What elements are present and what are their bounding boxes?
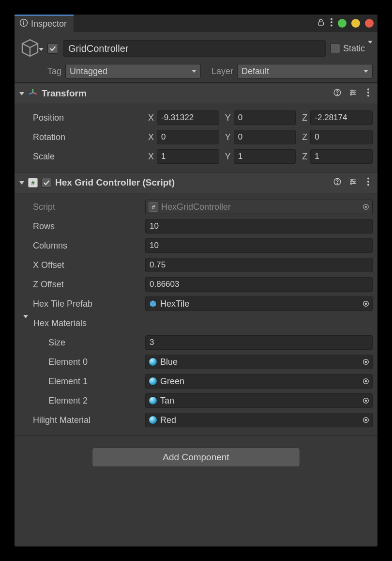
svg-point-11	[350, 94, 352, 95]
tab-bar: Inspector	[15, 15, 377, 32]
transform-header[interactable]: Transform	[15, 83, 377, 104]
material-icon	[149, 358, 157, 366]
object-picker-icon[interactable]	[362, 396, 370, 405]
component-enabled-checkbox[interactable]	[42, 178, 51, 187]
hex-materials-label[interactable]: Hex Materials	[19, 318, 145, 328]
axis-y-label: Y	[222, 152, 231, 162]
zoffset-label: Z Offset	[19, 280, 145, 290]
kebab-icon[interactable]	[364, 177, 373, 188]
layer-dropdown[interactable]: Default	[237, 64, 373, 78]
script-icon: #	[28, 178, 38, 187]
svg-point-17	[351, 179, 352, 180]
svg-point-19	[350, 183, 352, 184]
object-picker-icon[interactable]	[362, 203, 370, 211]
element0-value: Blue	[160, 357, 178, 367]
transform-icon	[28, 88, 38, 100]
rotation-x-input[interactable]	[157, 130, 219, 144]
svg-point-12	[367, 88, 369, 90]
transform-body: Position X Y Z Rotation X Y Z Scale	[15, 104, 377, 172]
element2-label: Element 2	[19, 396, 145, 406]
rotation-z-input[interactable]	[310, 130, 373, 144]
help-icon[interactable]	[333, 88, 342, 99]
position-x-input[interactable]	[157, 110, 219, 125]
object-picker-icon[interactable]	[362, 299, 370, 308]
position-z-input[interactable]	[310, 110, 373, 125]
axis-z-label: Z	[299, 152, 307, 162]
material-icon	[149, 396, 157, 405]
foldout-icon	[19, 92, 24, 95]
lock-icon[interactable]	[317, 18, 325, 29]
traffic-red[interactable]	[365, 19, 374, 28]
element1-field[interactable]: Green	[145, 374, 373, 389]
foldout-icon	[23, 315, 28, 328]
svg-point-18	[354, 181, 355, 182]
svg-point-14	[367, 94, 369, 96]
script-label: Script	[19, 202, 145, 212]
xoffset-label: X Offset	[19, 260, 145, 270]
script-field: # HexGridController	[145, 200, 373, 214]
prefab-label: Hex Tile Prefab	[19, 299, 145, 309]
svg-point-4	[331, 18, 332, 20]
svg-point-32	[365, 400, 367, 402]
gameobject-enabled-checkbox[interactable]	[47, 43, 58, 54]
tag-dropdown[interactable]: Untagged	[65, 64, 201, 78]
kebab-icon[interactable]	[364, 88, 373, 99]
position-y-input[interactable]	[234, 110, 296, 125]
chevron-down-icon	[192, 70, 196, 73]
object-picker-icon[interactable]	[362, 358, 370, 366]
svg-point-8	[337, 94, 338, 95]
traffic-green[interactable]	[338, 19, 347, 28]
rows-label: Rows	[19, 221, 145, 232]
add-component-button[interactable]: Add Component	[92, 448, 300, 467]
preset-icon[interactable]	[348, 88, 357, 99]
element2-field[interactable]: Tan	[145, 393, 373, 408]
xoffset-input[interactable]	[145, 258, 373, 272]
hilight-label: Hilight Material	[19, 415, 145, 425]
scale-z-input[interactable]	[310, 149, 373, 164]
help-icon[interactable]	[333, 177, 342, 188]
static-label: Static	[343, 44, 365, 54]
scale-y-input[interactable]	[234, 149, 296, 164]
axis-y-label: Y	[222, 132, 231, 142]
static-checkbox[interactable]	[331, 44, 340, 53]
hexgrid-title: Hex Grid Controller (Script)	[55, 177, 329, 188]
svg-point-16	[337, 183, 338, 184]
inspector-panel: Inspector	[15, 15, 377, 546]
element0-field[interactable]: Blue	[145, 355, 373, 369]
inspector-tab[interactable]: Inspector	[15, 15, 74, 32]
gameobject-name-input[interactable]	[63, 40, 326, 57]
gameobject-icon[interactable]	[19, 37, 43, 60]
svg-point-13	[367, 92, 369, 94]
hexgrid-header[interactable]: # Hex Grid Controller (Script)	[15, 172, 377, 193]
transform-title: Transform	[42, 88, 329, 99]
prefab-value: HexTile	[160, 299, 189, 309]
svg-point-9	[351, 90, 352, 91]
hexgrid-body: Script # HexGridController Rows Columns …	[15, 193, 377, 436]
preset-icon[interactable]	[348, 177, 357, 188]
add-component-section: Add Component	[15, 436, 377, 479]
axis-y-label: Y	[222, 113, 231, 123]
tag-value: Untagged	[70, 66, 107, 77]
svg-point-1	[23, 20, 24, 21]
rotation-y-input[interactable]	[234, 130, 296, 144]
columns-input[interactable]	[145, 238, 373, 253]
rows-input[interactable]	[145, 219, 373, 234]
static-dropdown-icon[interactable]	[368, 44, 373, 54]
foldout-icon	[19, 181, 24, 185]
chevron-down-icon[interactable]	[39, 51, 44, 61]
columns-label: Columns	[19, 241, 145, 251]
object-picker-icon[interactable]	[362, 416, 370, 424]
prefab-field[interactable]: HexTile	[145, 296, 373, 311]
rotation-label: Rotation	[19, 132, 145, 142]
element0-label: Element 0	[19, 357, 145, 367]
scale-x-input[interactable]	[157, 149, 219, 164]
kebab-icon[interactable]	[330, 18, 333, 29]
script-badge-icon: #	[149, 202, 158, 212]
zoffset-input[interactable]	[145, 277, 373, 292]
hilight-field[interactable]: Red	[145, 413, 373, 427]
traffic-yellow[interactable]	[351, 19, 360, 28]
object-picker-icon[interactable]	[362, 377, 370, 386]
size-input[interactable]	[145, 335, 373, 350]
element1-value: Green	[160, 376, 184, 387]
scale-label: Scale	[19, 152, 145, 162]
